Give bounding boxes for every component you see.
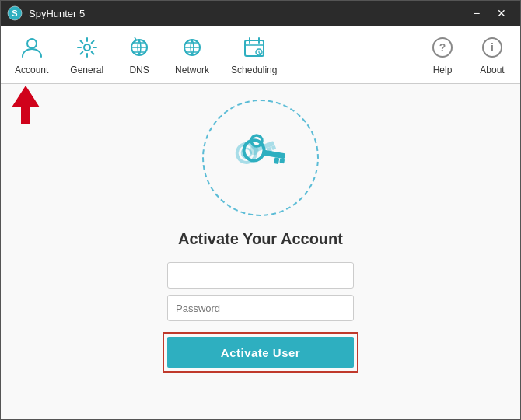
toolbar-item-general[interactable]: General	[59, 26, 114, 83]
close-button[interactable]: ✕	[489, 1, 514, 26]
svg-text:?: ?	[439, 41, 446, 54]
svg-point-3	[84, 44, 90, 51]
toolbar-item-help[interactable]: ? Help	[418, 26, 467, 83]
scheduling-label: Scheduling	[231, 65, 277, 75]
window-controls: − ✕	[464, 1, 514, 26]
svg-text:i: i	[491, 41, 494, 54]
help-label: Help	[433, 65, 453, 75]
toolbar-item-about[interactable]: i About	[467, 26, 517, 83]
keys-icon-circle	[202, 100, 319, 216]
general-icon	[73, 33, 101, 61]
about-icon: i	[478, 33, 506, 61]
about-label: About	[480, 65, 504, 75]
arrow-indicator	[12, 86, 40, 128]
svg-rect-6	[245, 40, 264, 56]
network-label: Network	[175, 65, 209, 75]
svg-point-2	[27, 39, 37, 48]
general-label: General	[70, 65, 103, 75]
email-input[interactable]	[167, 262, 354, 289]
password-input[interactable]	[167, 295, 354, 321]
toolbar: Account General	[1, 26, 520, 84]
activate-button-highlight: Activate User	[163, 332, 358, 373]
toolbar-item-network[interactable]: Network	[164, 26, 220, 83]
app-logo: S	[7, 5, 23, 21]
account-icon	[18, 33, 46, 61]
account-label: Account	[15, 65, 48, 75]
scheduling-icon	[240, 33, 268, 61]
app-window: S SpyHunter 5 − ✕ Account	[0, 0, 521, 420]
toolbar-spacer	[288, 26, 418, 83]
toolbar-item-account[interactable]: Account	[4, 26, 59, 83]
svg-rect-20	[262, 149, 286, 159]
svg-marker-12	[12, 86, 40, 124]
dns-label: DNS	[129, 65, 149, 75]
title-bar: S SpyHunter 5 − ✕	[1, 1, 520, 26]
content-area: Activate Your Account Activate User	[1, 84, 520, 419]
help-icon: ?	[428, 33, 456, 61]
svg-rect-22	[279, 158, 285, 163]
toolbar-item-dns[interactable]: DNS	[114, 26, 164, 83]
toolbar-item-scheduling[interactable]: Scheduling	[220, 26, 288, 83]
minimize-button[interactable]: −	[464, 1, 489, 26]
svg-text:S: S	[12, 9, 17, 18]
dns-icon	[125, 33, 153, 61]
app-title: SpyHunter 5	[29, 8, 464, 19]
activate-user-button[interactable]: Activate User	[167, 337, 354, 368]
network-icon	[178, 33, 206, 61]
svg-rect-21	[274, 157, 279, 164]
keys-svg-icon	[222, 119, 299, 197]
activate-title: Activate Your Account	[178, 230, 343, 248]
